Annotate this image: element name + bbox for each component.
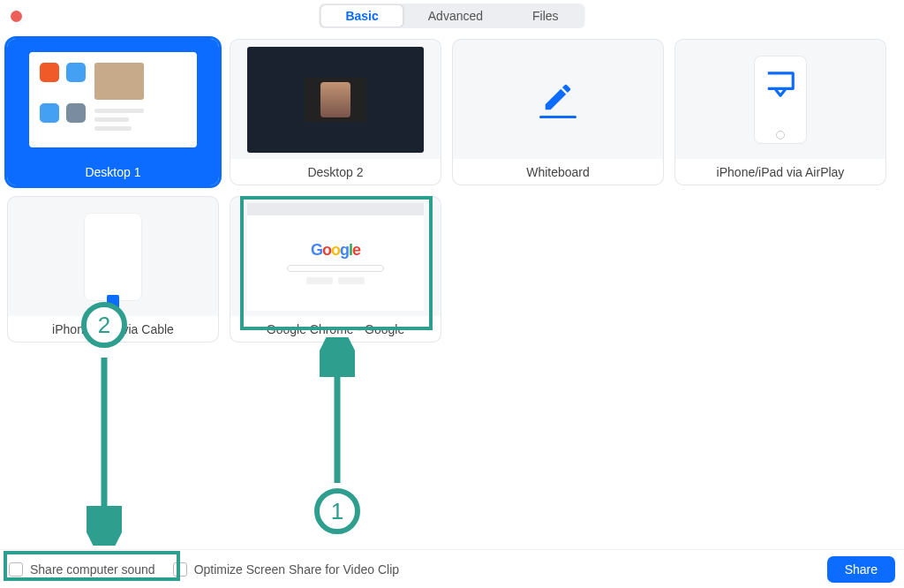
annotation-arrow-1 — [320, 337, 355, 487]
optimize-video-label: Optimize Screen Share for Video Clip — [194, 562, 399, 577]
tile-chrome-label: Google Chrome - Google — [230, 316, 441, 343]
optimize-video-checkbox[interactable]: Optimize Screen Share for Video Clip — [173, 562, 399, 577]
share-sound-checkbox[interactable]: Share computer sound — [9, 562, 155, 577]
pencil-icon — [541, 80, 575, 117]
share-options-grid: Desktop 1 Desktop 2 Whiteboard — [0, 32, 904, 350]
tile-airplay-label: iPhone/iPad via AirPlay — [674, 159, 886, 185]
tile-desktop-2[interactable]: Desktop 2 — [230, 39, 441, 185]
close-window-icon[interactable] — [11, 11, 22, 22]
airplay-icon — [764, 66, 797, 103]
tile-whiteboard-thumb — [452, 39, 664, 159]
checkbox-icon — [173, 562, 187, 577]
bottom-toolbar: Share computer sound Optimize Screen Sha… — [0, 549, 904, 588]
tile-chrome-window[interactable]: Google Google Chrome - Google — [230, 196, 441, 343]
annotation-arrow-2 — [87, 353, 122, 546]
tile-desktop-1-thumb — [7, 39, 219, 159]
google-logo-icon: Google — [311, 241, 360, 260]
phone-cable-icon — [84, 213, 142, 301]
tile-airplay[interactable]: iPhone/iPad via AirPlay — [674, 39, 886, 185]
tab-basic[interactable]: Basic — [320, 5, 403, 26]
tile-chrome-thumb: Google — [230, 196, 441, 316]
annotation-badge-2: 2 — [81, 302, 127, 348]
share-button[interactable]: Share — [827, 556, 895, 583]
annotation-badge-1: 1 — [314, 488, 360, 534]
tab-advanced[interactable]: Advanced — [403, 5, 508, 26]
tile-whiteboard[interactable]: Whiteboard — [452, 39, 664, 185]
tile-whiteboard-label: Whiteboard — [452, 159, 664, 185]
mode-tabbar: Basic Advanced Files — [319, 4, 584, 28]
tile-cable-thumb — [7, 196, 219, 316]
tile-desktop-2-label: Desktop 2 — [230, 159, 441, 185]
share-sound-label: Share computer sound — [30, 562, 155, 577]
checkbox-icon — [9, 562, 23, 577]
tile-desktop-2-thumb — [230, 39, 441, 159]
tile-desktop-1-label: Desktop 1 — [7, 159, 219, 185]
tile-airplay-thumb — [674, 39, 886, 159]
tile-desktop-1[interactable]: Desktop 1 — [7, 39, 219, 185]
tab-files[interactable]: Files — [508, 5, 584, 26]
